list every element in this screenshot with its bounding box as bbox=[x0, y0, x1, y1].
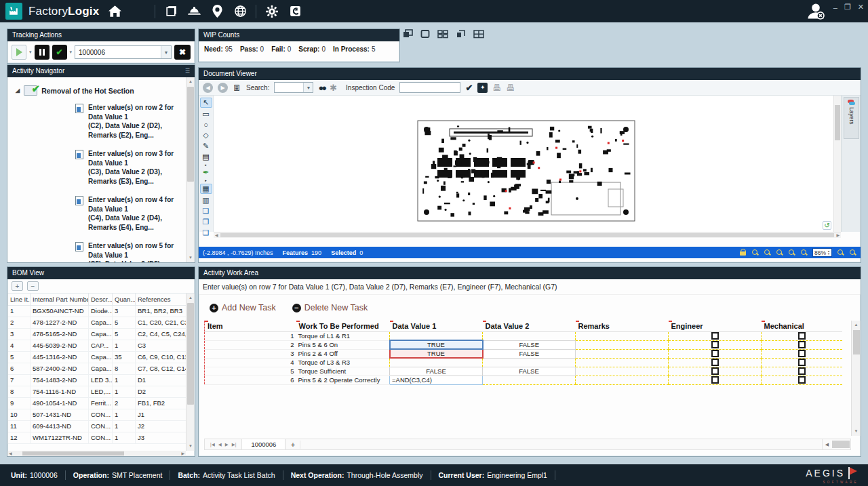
bom-table-row[interactable]: 12WM17122TR-NDCON...1J3 bbox=[8, 432, 186, 443]
tree-node-removal-hot-section[interactable]: ◢ ✔ Removal of the Hot Section bbox=[7, 77, 186, 98]
image-layer-tool-icon[interactable]: ❏ bbox=[200, 207, 212, 216]
cascade-windows-icon[interactable] bbox=[403, 29, 413, 39]
next-sheet-icon[interactable]: ▶ bbox=[225, 442, 229, 447]
polygon-select-tool-icon[interactable]: ◇ bbox=[200, 131, 212, 140]
scroll-up-arrow[interactable]: ▲ bbox=[186, 77, 195, 86]
bom-table-row[interactable]: 6587-2400-2-NDCapa...8C7, C8, C12, C14, … bbox=[8, 363, 186, 374]
tree-item-row-4[interactable]: Enter value(s) on row 4 for Data Value 1… bbox=[7, 190, 186, 237]
mechanical-cell[interactable] bbox=[762, 367, 842, 376]
bom-table-row[interactable]: 4445-5039-2-NDCAP...1C3 bbox=[8, 340, 186, 351]
bom-table-row[interactable]: 5445-1316-2-NDCapa...35C6, C9, C10, C11,… bbox=[8, 351, 186, 363]
mechanical-cell[interactable] bbox=[762, 331, 842, 340]
home-icon[interactable] bbox=[103, 3, 126, 20]
scroll-left-arrow[interactable]: ◀ bbox=[215, 232, 218, 239]
remarks-cell[interactable] bbox=[576, 331, 669, 340]
collapse-all-button[interactable]: − bbox=[27, 281, 39, 291]
expander-icon[interactable]: ◢ bbox=[16, 87, 20, 94]
mechanical-checkbox[interactable] bbox=[798, 332, 806, 340]
engineer-checkbox[interactable] bbox=[711, 376, 719, 384]
data-value-2-cell[interactable]: FALSE bbox=[483, 367, 576, 376]
bom-column-header[interactable]: Internal Part Number bbox=[31, 293, 89, 305]
zoom-selection-icon[interactable] bbox=[788, 249, 795, 256]
image-compare-tool-icon[interactable]: ❐ bbox=[200, 218, 212, 226]
bom-column-header[interactable]: Line It... bbox=[8, 293, 31, 305]
print-preview-icon[interactable]: 🖶 bbox=[506, 83, 515, 93]
scrollbar-thumb[interactable] bbox=[853, 330, 860, 355]
task-row[interactable]: 2Pins 5 & 6 OnTRUEFALSE bbox=[205, 340, 842, 349]
data-value-1-cell[interactable] bbox=[390, 331, 483, 340]
probe-tool-icon[interactable]: ✒ bbox=[200, 168, 212, 177]
engineer-checkbox[interactable] bbox=[711, 350, 719, 357]
bom-table-row[interactable]: 9490-1054-1-NDFerrit...2FB1, FB2 bbox=[8, 397, 186, 409]
dock-window-icon[interactable] bbox=[456, 29, 466, 39]
remarks-cell[interactable] bbox=[576, 340, 669, 349]
bom-table-row[interactable]: 11609-4413-NDCON...1J2 bbox=[8, 420, 186, 432]
bom-horizontal-scrollbar[interactable]: ◀ ▶ bbox=[7, 451, 186, 456]
data-value-2-cell[interactable] bbox=[483, 376, 576, 384]
zoom-fit-icon[interactable] bbox=[776, 249, 783, 256]
zoom-previous-icon[interactable] bbox=[800, 249, 808, 256]
panel-menu-icon[interactable]: ☰ bbox=[185, 65, 190, 77]
tile-windows-icon[interactable] bbox=[437, 29, 448, 39]
tree-item-row-3[interactable]: Enter value(s) on row 3 for Data Value 1… bbox=[7, 144, 186, 190]
scrollbar-thumb[interactable] bbox=[187, 87, 194, 182]
print-icon[interactable]: 🖶 bbox=[492, 83, 501, 93]
scroll-right-arrow[interactable]: ▶ bbox=[181, 451, 184, 456]
engineer-checkbox[interactable] bbox=[711, 341, 719, 348]
restore-button[interactable]: ❐ bbox=[844, 3, 851, 12]
task-row[interactable]: 1Torque of L1 & R1 bbox=[205, 331, 842, 340]
data-value-2-cell[interactable]: FALSE bbox=[483, 349, 576, 358]
layers-tab[interactable]: Layers bbox=[844, 97, 859, 139]
image-export-tool-icon[interactable]: ❏ bbox=[200, 228, 212, 237]
engineer-cell[interactable] bbox=[669, 358, 762, 367]
bom-table-row[interactable]: 3478-5165-2-NDCapa...5C2, C4, C5, C24, C… bbox=[8, 328, 186, 340]
apply-code-icon[interactable]: ✔ bbox=[465, 83, 473, 93]
scroll-down-arrow[interactable]: ▼ bbox=[852, 427, 861, 436]
grid-windows-icon[interactable] bbox=[473, 29, 484, 39]
location-pin-icon[interactable] bbox=[205, 3, 229, 20]
tool-dropdown-arrow[interactable]: ▸ bbox=[205, 179, 207, 182]
delete-new-task-button[interactable]: − Delete New Task bbox=[292, 303, 368, 312]
zoom-level-spinner[interactable]: 86% ▲▼ bbox=[812, 248, 832, 257]
remarks-cell[interactable] bbox=[576, 376, 669, 384]
bom-table-row[interactable]: 7754-1483-2-NDLED 3...1D1 bbox=[8, 374, 186, 386]
refresh-view-icon[interactable]: ↺ bbox=[823, 221, 831, 230]
bom-column-header[interactable]: Descr... bbox=[89, 293, 113, 305]
sheet-tab-1000006[interactable]: 1000006 bbox=[242, 439, 285, 449]
unit-combobox[interactable]: 1000006 ▼ bbox=[75, 45, 172, 59]
grid-view-tool-icon[interactable]: ▦ bbox=[200, 184, 212, 194]
remarks-cell[interactable] bbox=[576, 367, 669, 376]
mechanical-checkbox[interactable] bbox=[798, 350, 806, 357]
scroll-down-arrow[interactable]: ▼ bbox=[186, 442, 195, 451]
bom-table-row[interactable]: 1BGX50AINCT-NDDiode...3BR1, BR2, BR3 bbox=[8, 305, 186, 317]
layers-stack-tool-icon[interactable]: ▤ bbox=[200, 153, 212, 161]
data-export-icon[interactable] bbox=[283, 3, 307, 20]
forward-button[interactable]: ▶ bbox=[218, 83, 228, 93]
last-sheet-icon[interactable]: ▶| bbox=[232, 442, 237, 447]
tree-item-row-2[interactable]: Enter value(s) on row 2 for Data Value 1… bbox=[7, 98, 186, 144]
scroll-left-arrow[interactable]: ◀ bbox=[822, 439, 831, 449]
bom-vertical-scrollbar[interactable]: ▲ ▼ bbox=[186, 293, 195, 451]
scroll-up-arrow[interactable]: ▲ bbox=[852, 321, 861, 329]
task-row[interactable]: 3Pins 2 & 4 OffTRUEFALSE bbox=[205, 349, 842, 358]
mechanical-cell[interactable] bbox=[762, 376, 842, 384]
document-search-icon[interactable]: 🗏 bbox=[233, 83, 241, 93]
mechanical-cell[interactable] bbox=[762, 340, 842, 349]
scrollbar-thumb[interactable] bbox=[187, 303, 194, 405]
data-value-1-cell[interactable]: =AND(C3,C4) bbox=[390, 376, 483, 384]
engineer-cell[interactable] bbox=[669, 349, 762, 358]
worksheet-vertical-scrollbar[interactable]: ▲ ▼ bbox=[851, 321, 861, 436]
bom-table-row[interactable]: 8754-1116-1-NDLED,...1D2 bbox=[8, 386, 186, 397]
zoom-out-icon[interactable] bbox=[849, 249, 856, 256]
data-value-1-cell[interactable]: FALSE bbox=[390, 367, 483, 376]
scroll-left-arrow[interactable]: ◀ bbox=[9, 451, 12, 456]
mechanical-checkbox[interactable] bbox=[798, 376, 806, 384]
zoom-100-icon[interactable] bbox=[764, 249, 771, 256]
select-tool-icon[interactable]: ↖ bbox=[200, 98, 212, 108]
tool-dropdown-arrow[interactable]: ▸ bbox=[205, 163, 207, 166]
minimize-button[interactable]: – bbox=[833, 3, 837, 12]
remarks-cell[interactable] bbox=[576, 349, 669, 358]
operator-hardhat-icon[interactable] bbox=[182, 3, 205, 20]
task-row[interactable]: 5Torque SufficientFALSEFALSE bbox=[205, 367, 842, 376]
rectangle-select-tool-icon[interactable]: ▭ bbox=[200, 110, 212, 119]
